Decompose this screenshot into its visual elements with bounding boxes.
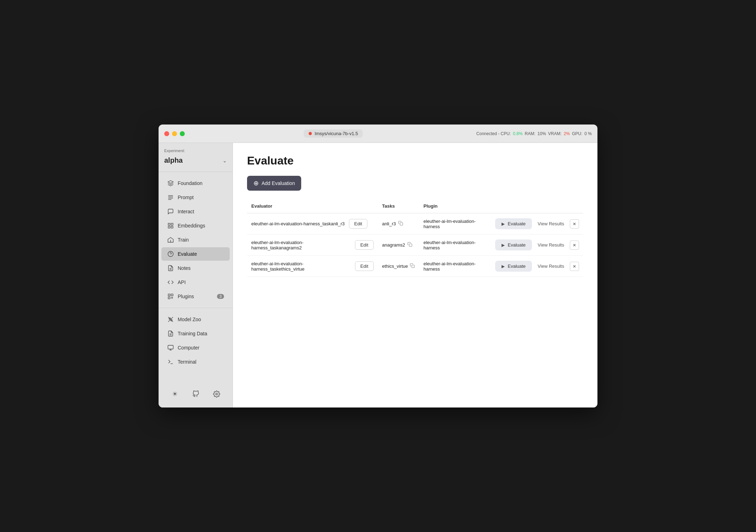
settings-icon[interactable]: [212, 389, 222, 399]
train-icon: [167, 236, 174, 243]
svg-rect-28: [409, 244, 412, 247]
ram-value: 10%: [538, 131, 546, 136]
titlebar-center: lmsys/vicuna-7b-v1.5: [190, 129, 476, 138]
layers-icon: [167, 180, 174, 187]
edit-button-0[interactable]: Edit: [349, 219, 367, 229]
model-zoo-icon: [167, 316, 174, 323]
svg-rect-7: [168, 226, 170, 228]
model-badge[interactable]: lmsys/vicuna-7b-v1.5: [304, 129, 363, 138]
sidebar-bottom-nav: Model Zoo Training Data: [159, 310, 233, 372]
edit-button-1[interactable]: Edit: [355, 240, 373, 250]
sidebar-item-evaluate[interactable]: Evaluate: [161, 247, 230, 261]
evaluate-button-1[interactable]: ▶ Evaluate: [495, 239, 532, 250]
plugins-icon: [167, 293, 174, 300]
page-title: Evaluate: [247, 154, 583, 167]
delete-button-0[interactable]: [570, 219, 579, 229]
task-name-1: anagrams2: [382, 242, 405, 248]
sidebar-item-api[interactable]: API: [161, 276, 230, 289]
sidebar-divider-2: [159, 308, 233, 308]
delete-button-2[interactable]: [570, 262, 579, 271]
status-connected-label: Connected - CPU:: [476, 131, 511, 136]
view-results-link-1[interactable]: View Results: [535, 242, 567, 248]
task-cell-1: anagrams2: [378, 235, 419, 256]
sidebar-divider: [159, 172, 233, 172]
evaluator-cell-0: eleuther-ai-lm-evaluation-harness_taskan…: [247, 213, 378, 235]
actions-cell-1: ▶ Evaluate View Results: [491, 235, 583, 256]
svg-rect-31: [412, 265, 415, 268]
brightness-icon[interactable]: ☀: [170, 389, 180, 399]
col-header-tasks: Tasks: [378, 201, 419, 213]
titlebar-status: Connected - CPU: 0.8% RAM: 10% VRAM: 2% …: [476, 131, 592, 136]
view-results-link-0[interactable]: View Results: [535, 221, 567, 226]
evaluator-cell-1: eleuther-ai-lm-evaluation-harness_taskan…: [247, 235, 378, 256]
sidebar-item-foundation[interactable]: Foundation: [161, 177, 230, 190]
svg-rect-13: [168, 294, 170, 296]
svg-rect-5: [168, 223, 170, 225]
minimize-traffic-light[interactable]: [172, 131, 177, 136]
sidebar-item-label: Model Zoo: [178, 317, 201, 322]
notes-icon: [167, 265, 174, 272]
sidebar-item-computer[interactable]: Computer: [161, 341, 230, 354]
sidebar-item-label: API: [178, 279, 186, 285]
sidebar-item-label: Computer: [178, 345, 199, 351]
github-icon[interactable]: [191, 389, 201, 399]
sidebar: Experiment: alpha ⌄ Foundation: [159, 143, 233, 407]
maximize-traffic-light[interactable]: [180, 131, 185, 136]
svg-rect-14: [171, 294, 173, 296]
experiment-selector[interactable]: alpha ⌄: [159, 154, 233, 170]
sidebar-item-label: Foundation: [178, 180, 202, 186]
evaluate-button-0[interactable]: ▶ Evaluate: [495, 218, 532, 229]
play-icon-0: ▶: [502, 221, 505, 226]
sidebar-footer-icons: ☀: [159, 386, 233, 402]
svg-rect-6: [171, 223, 173, 225]
vram-label: VRAM:: [548, 131, 562, 136]
task-cell-0: anli_r3: [378, 213, 419, 235]
list-icon: [167, 194, 174, 201]
play-icon-2: ▶: [502, 264, 505, 269]
sidebar-item-prompt[interactable]: Prompt: [161, 191, 230, 204]
edit-button-2[interactable]: Edit: [355, 261, 373, 271]
sidebar-item-label: Plugins: [178, 294, 194, 299]
sidebar-item-interact[interactable]: Interact: [161, 205, 230, 218]
close-traffic-light[interactable]: [164, 131, 169, 136]
svg-rect-15: [168, 297, 170, 299]
sidebar-item-model-zoo[interactable]: Model Zoo: [161, 313, 230, 326]
svg-point-24: [216, 393, 217, 395]
view-results-link-2[interactable]: View Results: [535, 264, 567, 269]
sidebar-item-label: Prompt: [178, 195, 194, 200]
sidebar-item-label: Training Data: [178, 331, 207, 336]
vram-value: 2%: [564, 131, 570, 136]
task-name-2: ethics_virtue: [382, 264, 408, 269]
sidebar-item-train[interactable]: Train: [161, 233, 230, 247]
sidebar-item-label: Embeddings: [178, 223, 205, 229]
table-row: eleuther-ai-lm-evaluation-harness_taskan…: [247, 213, 583, 235]
add-eval-label: Add Evaluation: [262, 180, 295, 186]
col-header-plugin: Plugin: [419, 201, 491, 213]
task-cell-2: ethics_virtue: [378, 256, 419, 277]
evaluator-name-2: eleuther-ai-lm-evaluation-harness_tasket…: [251, 261, 351, 272]
computer-icon: [167, 344, 174, 351]
sidebar-item-plugins[interactable]: Plugins 3: [161, 290, 230, 303]
sidebar-item-terminal[interactable]: Terminal: [161, 355, 230, 369]
gpu-value: 0 %: [584, 131, 592, 136]
sidebar-item-training-data[interactable]: Training Data: [161, 327, 230, 340]
ram-label: RAM:: [525, 131, 536, 136]
content-inner: Evaluate ⊕ Add Evaluation Evaluator Task…: [233, 143, 597, 407]
evaluate-icon: [167, 250, 174, 258]
titlebar: lmsys/vicuna-7b-v1.5 Connected - CPU: 0.…: [159, 125, 597, 143]
evaluate-button-2[interactable]: ▶ Evaluate: [495, 261, 532, 272]
sidebar-item-label: Train: [178, 237, 189, 243]
table-row: eleuther-ai-lm-evaluation-harness_tasket…: [247, 256, 583, 277]
traffic-lights: [164, 131, 185, 136]
svg-rect-20: [168, 345, 173, 349]
experiment-name: alpha: [164, 156, 183, 164]
sidebar-item-embeddings[interactable]: Embeddings: [161, 219, 230, 232]
sidebar-item-notes[interactable]: Notes: [161, 261, 230, 275]
task-name-0: anli_r3: [382, 221, 396, 226]
add-evaluation-button[interactable]: ⊕ Add Evaluation: [247, 176, 301, 191]
content-area: Evaluate ⊕ Add Evaluation Evaluator Task…: [233, 143, 597, 407]
svg-point-9: [168, 251, 173, 257]
sidebar-item-label: Interact: [178, 209, 194, 214]
delete-button-1[interactable]: [570, 241, 579, 250]
plugin-cell-1: eleuther-ai-lm-evaluation-harness: [419, 235, 491, 256]
